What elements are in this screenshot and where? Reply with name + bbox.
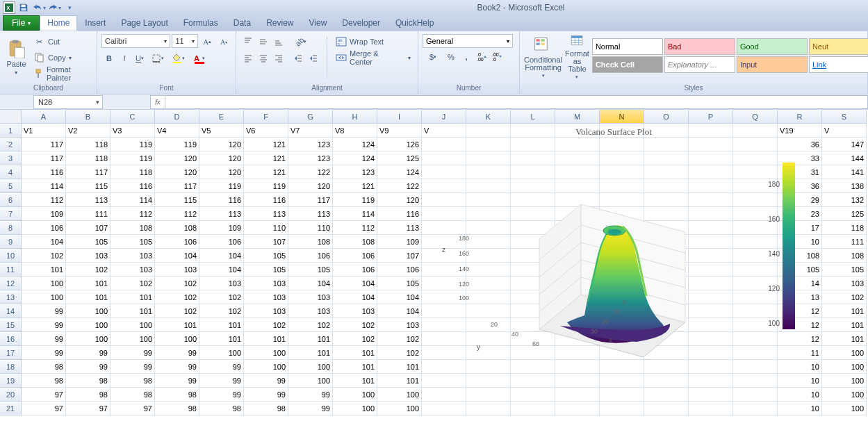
style-normal[interactable]: Normal — [592, 38, 663, 55]
cell[interactable]: 101 — [377, 374, 422, 388]
cell[interactable]: 107 — [244, 235, 288, 249]
column-header[interactable]: R — [778, 110, 822, 124]
cell[interactable]: 121 — [333, 179, 377, 193]
column-header[interactable]: C — [110, 110, 155, 124]
cell[interactable]: 107 — [66, 221, 110, 235]
cell[interactable]: 121 — [244, 151, 288, 165]
cell[interactable]: 124 — [333, 151, 377, 165]
cell[interactable]: 116 — [377, 207, 422, 221]
border-button[interactable]: ▾ — [147, 51, 168, 66]
cell[interactable]: 100 — [333, 388, 377, 402]
cell[interactable]: 104 — [22, 235, 66, 249]
cell[interactable]: 100 — [377, 388, 422, 402]
number-format-combo[interactable]: General▾ — [423, 34, 513, 48]
align-left-button[interactable] — [240, 51, 256, 66]
row-headers[interactable]: 123456789101112131415161718192021 — [0, 124, 22, 415]
cell[interactable]: 104 — [377, 304, 422, 318]
cell[interactable]: 116 — [110, 179, 155, 193]
row-header[interactable]: 16 — [0, 332, 22, 346]
cell[interactable]: 101 — [110, 290, 155, 304]
row-header[interactable]: 9 — [0, 235, 22, 249]
cell[interactable]: 104 — [199, 263, 244, 276]
cell[interactable]: 104 — [333, 290, 377, 304]
cell[interactable]: 101 — [288, 332, 333, 346]
row-header[interactable]: 17 — [0, 346, 22, 360]
cell[interactable]: 100 — [822, 374, 867, 388]
align-bottom-button[interactable] — [271, 34, 286, 49]
cell[interactable]: 108 — [110, 221, 155, 235]
fill-color-button[interactable]: ▾ — [168, 51, 189, 66]
cell[interactable]: 101 — [244, 332, 288, 346]
increase-indent-button[interactable] — [306, 51, 321, 66]
cell[interactable]: 119 — [199, 179, 244, 193]
cell[interactable]: 97 — [22, 388, 66, 402]
cell[interactable]: 101 — [333, 346, 377, 360]
cell[interactable]: 105 — [822, 263, 867, 276]
increase-decimal-button[interactable]: .0.00 — [474, 49, 489, 65]
cell[interactable]: 123 — [288, 151, 333, 165]
cell[interactable]: 101 — [66, 290, 110, 304]
cell[interactable]: 97 — [66, 402, 110, 415]
column-header[interactable]: J — [422, 110, 466, 124]
cell[interactable]: 116 — [199, 193, 244, 207]
cell[interactable]: V2 — [66, 124, 110, 138]
cell[interactable]: 114 — [22, 179, 66, 193]
cell[interactable]: 98 — [110, 388, 155, 402]
copy-button[interactable]: Copy▾ — [31, 50, 92, 65]
row-header[interactable]: 15 — [0, 318, 22, 332]
cell[interactable]: 103 — [822, 276, 867, 290]
cell[interactable]: 99 — [155, 360, 199, 374]
grow-font-button[interactable]: A▴ — [199, 34, 215, 49]
tab-formulas[interactable]: Formulas — [176, 15, 226, 31]
cell[interactable]: 121 — [244, 165, 288, 179]
cell[interactable]: 103 — [244, 290, 288, 304]
style-neutral[interactable]: Neut — [809, 38, 868, 55]
cell[interactable]: 103 — [244, 304, 288, 318]
percent-button[interactable]: % — [443, 49, 459, 65]
cell[interactable]: 101 — [822, 332, 867, 346]
cell[interactable]: 113 — [199, 207, 244, 221]
cell[interactable]: 106 — [288, 249, 333, 263]
cell[interactable]: 102 — [199, 304, 244, 318]
column-header[interactable]: A — [22, 110, 66, 124]
cell[interactable]: 99 — [199, 374, 244, 388]
cell[interactable]: 122 — [288, 165, 333, 179]
cell[interactable]: 124 — [377, 165, 422, 179]
align-middle-button[interactable] — [256, 34, 271, 49]
row-header[interactable]: 5 — [0, 179, 22, 193]
align-right-button[interactable] — [271, 51, 286, 66]
cell[interactable]: 108 — [288, 235, 333, 249]
column-header[interactable]: M — [555, 110, 600, 124]
tab-review[interactable]: Review — [259, 15, 301, 31]
row-header[interactable]: 11 — [0, 263, 22, 276]
cell[interactable]: V5 — [199, 124, 244, 138]
cell[interactable]: 102 — [288, 318, 333, 332]
cell[interactable]: V3 — [110, 124, 155, 138]
cell[interactable]: 102 — [155, 276, 199, 290]
cell[interactable]: 112 — [110, 207, 155, 221]
tab-developer[interactable]: Developer — [334, 15, 388, 31]
redo-button[interactable]: ▾ — [47, 1, 61, 14]
cell[interactable]: 100 — [288, 360, 333, 374]
tab-view[interactable]: View — [302, 15, 335, 31]
cell[interactable]: 115 — [155, 193, 199, 207]
cell[interactable]: 102 — [155, 304, 199, 318]
decrease-decimal-button[interactable]: .00.0 — [489, 49, 505, 65]
column-header[interactable]: K — [466, 110, 511, 124]
cell[interactable]: 99 — [244, 388, 288, 402]
cell[interactable]: 100 — [244, 360, 288, 374]
cell[interactable]: 116 — [22, 165, 66, 179]
cell[interactable]: 99 — [22, 346, 66, 360]
row-header[interactable]: 14 — [0, 304, 22, 318]
row-header[interactable]: 7 — [0, 207, 22, 221]
cell[interactable]: V9 — [377, 124, 422, 138]
cell[interactable]: 103 — [110, 249, 155, 263]
row-header[interactable]: 20 — [0, 388, 22, 402]
cell[interactable]: 103 — [155, 263, 199, 276]
cell[interactable]: 99 — [288, 388, 333, 402]
cell[interactable]: 141 — [822, 165, 867, 179]
cell[interactable]: 104 — [199, 249, 244, 263]
cell[interactable]: 117 — [22, 151, 66, 165]
style-bad[interactable]: Bad — [664, 38, 735, 55]
cell[interactable]: 108 — [333, 235, 377, 249]
